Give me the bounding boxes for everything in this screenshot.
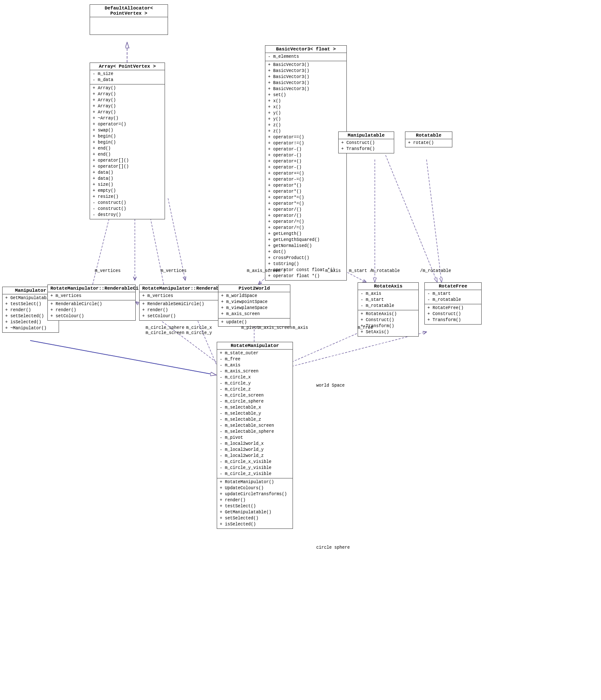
basicvector3-privates: - m_elements [265, 53, 346, 61]
label-mrotatable2: /m_rotatable [420, 269, 451, 273]
pivot2world-privates: + m_worldSpace + m_viewpointSpace + m_vi… [218, 292, 290, 319]
rotatefree-box: RotateFree - m_start - m_rotatable + Rot… [424, 282, 482, 325]
label-maxisscreenbottom: m_axis_screen [258, 325, 292, 330]
array-methods: + Array() + Array() + Array() + Array() … [90, 84, 165, 219]
renderable-circle-title: RotateManipulator::RenderableCircle [48, 285, 135, 292]
rotatemanipulator-box: RotateManipulator + m_state_outer - m_fr… [217, 342, 293, 529]
svg-line-13 [292, 332, 427, 366]
array-privates: - m_size - m_data [90, 70, 165, 84]
rotatable-box: Rotatable + rotate() [405, 131, 452, 147]
label-mcirclex: m_circle_x [186, 325, 212, 330]
renderable-semicircle-privates: + m_vertices [140, 292, 230, 300]
rotatemanipulator-privates: + m_state_outer - m_free - m_axis - m_ax… [217, 350, 293, 478]
rotatable-title: Rotatable [405, 132, 452, 139]
basicvector3-methods: + BasicVector3() + BasicVector3() + Basi… [265, 61, 346, 280]
rotateaxis-title: RotateAxis [358, 283, 418, 290]
label-mpivot: m_pivot [241, 325, 259, 330]
manipulatable-box: Manipulatable + Construct() + Transform(… [338, 131, 394, 153]
svg-line-7 [386, 155, 437, 282]
label-mvertices1: m_vertices [95, 269, 121, 273]
pivot2world-box: Pivot2World + m_worldSpace + m_viewpoint… [218, 284, 290, 327]
rotatefree-privates: - m_start - m_rotatable [425, 290, 481, 304]
default-allocator-box: DefaultAllocator< PointVertex > [90, 4, 168, 35]
renderable-circle-privates: + m_vertices [48, 292, 135, 300]
label-mcircley: m_circle_y [186, 331, 212, 335]
renderable-circle-methods: + RenderableCircle() + render() + setCol… [48, 300, 135, 320]
label-mfree: m_free [358, 325, 373, 330]
default-allocator-body [90, 17, 168, 34]
manipulatable-title: Manipulatable [339, 132, 394, 139]
rotateaxis-privates: - m_axis - m_start - m_rotatable [358, 290, 418, 310]
renderable-circle-box: RotateManipulator::RenderableCircle + m_… [47, 284, 136, 321]
label-mvertices2: m_vertices [161, 269, 187, 273]
label-maxisbottom: m_axis [293, 325, 308, 330]
renderable-semicircle-title: RotateManipulator::RenderableSemiCircle [140, 285, 230, 292]
uml-diagram: DefaultAllocator< PointVertex > Array< P… [0, 0, 601, 700]
pivot2world-title: Pivot2World [218, 285, 290, 292]
svg-line-8 [30, 341, 216, 375]
manipulatable-methods: + Construct() + Transform() [339, 139, 394, 153]
rotatemanipulator-methods: + RotateManipulator() + UpdateColours() … [217, 478, 293, 528]
basicvector3-title: BasicVector3< float > [265, 46, 346, 53]
default-allocator-title: DefaultAllocator< PointVertex > [90, 5, 168, 17]
label-circlesphere: circle sphere [316, 545, 350, 550]
basicvector3-box: BasicVector3< float > - m_elements + Bas… [265, 45, 347, 281]
renderable-semicircle-box: RotateManipulator::RenderableSemiCircle … [139, 284, 230, 321]
renderable-semicircle-methods: + RenderableSemiCircle() + render() + se… [140, 300, 230, 320]
rotatemanipulator-title: RotateManipulator [217, 342, 293, 350]
label-mcirclescreen: m_circle_screen [146, 331, 184, 335]
array-title: Array< PointVertex > [90, 63, 165, 70]
rotateaxis-methods: + RotateAxis() + Construct() + Transform… [358, 310, 418, 336]
svg-line-6 [427, 159, 442, 282]
rotatefree-title: RotateFree [425, 283, 481, 290]
label-mcirclesphere: m_circle_sphere [146, 325, 184, 330]
array-pointvertex-box: Array< PointVertex > - m_size - m_data +… [90, 62, 165, 219]
rotatefree-methods: + RotateFree() + Construct() + Transform… [425, 304, 481, 324]
label-mstart: m_start / [349, 269, 372, 273]
svg-line-2 [168, 198, 185, 280]
label-maxisscreen1: m_axis_screen | [247, 269, 286, 273]
label-mrotatable1: m_rotatable [371, 269, 400, 273]
rotatable-methods: + rotate() [405, 139, 452, 147]
label-maxis: m_axis [325, 269, 341, 273]
label-worldspace: world Space [316, 383, 345, 388]
